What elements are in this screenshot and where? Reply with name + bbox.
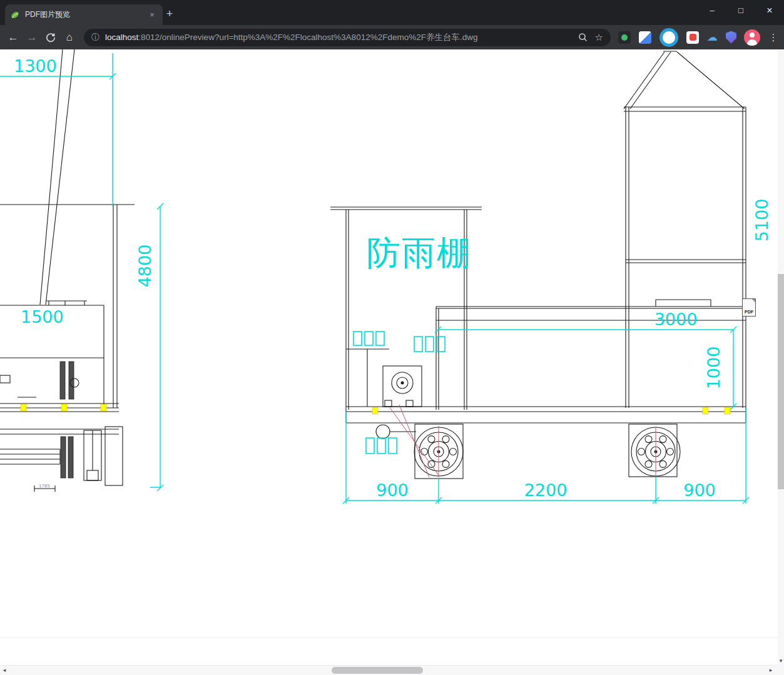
- reload-icon: [46, 33, 56, 43]
- browser-menu-icon[interactable]: ⋮: [766, 32, 780, 43]
- reload-button[interactable]: [41, 28, 60, 47]
- back-button[interactable]: ←: [4, 28, 23, 47]
- extension-icon-4[interactable]: [686, 31, 699, 44]
- bookmark-star-icon[interactable]: ☆: [595, 32, 603, 43]
- browser-toolbar: ← → ⌂ ⓘ localhost:8012/onlinePreview?url…: [0, 25, 784, 49]
- dim-900-left: 900: [376, 480, 409, 500]
- vertical-scrollbar-thumb[interactable]: [778, 274, 784, 489]
- dim-5100: 5100: [752, 199, 771, 242]
- tab-title: PDF图片预览: [25, 9, 146, 20]
- dim-1300: 1300: [14, 56, 57, 76]
- cad-left-view: [0, 49, 135, 492]
- cloud-extension-icon[interactable]: ☁: [707, 31, 718, 44]
- dim-small: 1785: [39, 484, 50, 489]
- maximize-button[interactable]: □: [726, 0, 755, 21]
- shelter-label: 防雨棚: [367, 233, 472, 273]
- extension-icon-3[interactable]: [659, 28, 678, 47]
- cad-drawing: 1300 4800 1500 1785 防雨棚 3000 1000 5100 9…: [0, 49, 778, 665]
- dim-2200: 2200: [524, 480, 568, 500]
- url-text: localhost:8012/onlinePreview?url=http%3A…: [105, 32, 571, 43]
- spring-leaf-favicon: [10, 10, 20, 20]
- shield-extension-icon[interactable]: [726, 31, 736, 44]
- scroll-down-arrow-icon[interactable]: ▾: [778, 656, 784, 665]
- browser-window: PDF图片预览 × + – □ × ← → ⌂ ⓘ localhost:8012…: [0, 0, 784, 675]
- pdf-file-icon[interactable]: PDF: [742, 298, 756, 317]
- dim-1000: 1000: [704, 347, 723, 390]
- minimize-button[interactable]: –: [698, 0, 726, 21]
- vertical-scrollbar[interactable]: ▾: [778, 49, 784, 665]
- home-button[interactable]: ⌂: [60, 28, 79, 47]
- close-button[interactable]: ×: [755, 0, 784, 21]
- window-controls: – □ ×: [698, 0, 784, 21]
- tab-close-icon[interactable]: ×: [146, 9, 158, 21]
- scroll-left-arrow-icon[interactable]: ◂: [0, 666, 9, 675]
- page-info-icon[interactable]: ⓘ: [91, 32, 99, 43]
- new-tab-button[interactable]: +: [161, 6, 178, 22]
- zoom-icon[interactable]: [578, 33, 588, 42]
- dim-3000: 3000: [654, 310, 698, 329]
- dim-1500: 1500: [21, 307, 64, 327]
- url-host: localhost: [105, 33, 138, 42]
- horizontal-scrollbar[interactable]: ◂ ▸: [0, 665, 778, 675]
- browser-titlebar: PDF图片预览 × + – □ ×: [0, 0, 784, 25]
- dim-900-right: 900: [683, 480, 716, 500]
- translate-extension-icon[interactable]: [639, 31, 651, 44]
- browser-tab[interactable]: PDF图片预览 ×: [5, 4, 163, 25]
- profile-avatar[interactable]: [744, 29, 760, 46]
- extensions-area: ☁: [618, 28, 736, 47]
- page-content: 1300 4800 1500 1785 防雨棚 3000 1000 5100 9…: [0, 49, 778, 665]
- dim-4800: 4800: [135, 245, 155, 288]
- scroll-right-arrow-icon[interactable]: ▸: [766, 666, 775, 675]
- forward-button[interactable]: →: [23, 28, 41, 47]
- extension-icon-1[interactable]: [618, 31, 631, 44]
- scrollbar-corner: [778, 665, 784, 675]
- url-path: :8012/onlinePreview?url=http%3A%2F%2Floc…: [138, 33, 477, 42]
- address-bar[interactable]: ⓘ localhost:8012/onlinePreview?url=http%…: [84, 29, 611, 46]
- horizontal-scrollbar-thumb[interactable]: [332, 667, 423, 674]
